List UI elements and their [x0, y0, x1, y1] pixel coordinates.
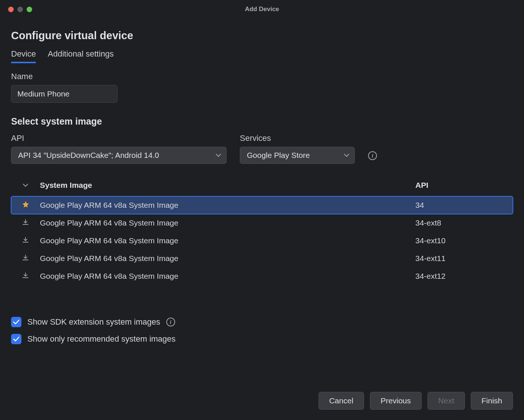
titlebar: Add Device: [0, 0, 524, 18]
chevron-down-icon: [344, 153, 349, 158]
selector-row: API API 34 "UpsideDownCake"; Android 14.…: [11, 133, 513, 164]
table-row[interactable]: Google Play ARM 64 v8a System Image34: [11, 196, 513, 214]
column-header-api[interactable]: API: [415, 181, 510, 190]
api-dropdown-value: API 34 "UpsideDownCake"; Android 14.0: [18, 151, 159, 159]
close-window-button[interactable]: [8, 7, 14, 12]
footer-buttons: Cancel Previous Next Finish: [0, 383, 524, 420]
row-name: Google Play ARM 64 v8a System Image: [37, 201, 415, 210]
info-icon[interactable]: i: [368, 151, 377, 160]
tab-device[interactable]: Device: [11, 49, 36, 63]
services-label: Services: [240, 133, 355, 143]
table-row[interactable]: Google Play ARM 64 v8a System Image34-ex…: [11, 267, 513, 285]
window-title: Add Device: [245, 6, 279, 13]
cancel-button[interactable]: Cancel: [319, 392, 364, 410]
next-button: Next: [428, 392, 465, 410]
checkbox-icon: [11, 334, 21, 344]
name-label: Name: [11, 72, 513, 81]
table-header: System Image API: [11, 181, 513, 196]
row-name: Google Play ARM 64 v8a System Image: [37, 236, 415, 245]
download-icon[interactable]: [14, 254, 37, 263]
checkbox-label: Show only recommended system images: [27, 334, 176, 344]
checkbox-recommended[interactable]: Show only recommended system images: [11, 334, 513, 344]
row-api: 34-ext12: [415, 272, 510, 281]
column-header-name[interactable]: System Image: [37, 181, 415, 190]
tabs: Device Additional settings: [11, 49, 513, 64]
row-name: Google Play ARM 64 v8a System Image: [37, 254, 415, 263]
row-api: 34-ext11: [415, 254, 510, 263]
row-api: 34: [415, 201, 510, 210]
star-icon: [14, 200, 37, 210]
api-dropdown[interactable]: API 34 "UpsideDownCake"; Android 14.0: [11, 147, 227, 164]
row-api: 34-ext8: [415, 219, 510, 227]
download-icon[interactable]: [14, 236, 37, 245]
collapse-toggle[interactable]: [14, 184, 37, 187]
checkbox-sdk-extension[interactable]: Show SDK extension system images i: [11, 317, 513, 327]
content-area: Configure virtual device Device Addition…: [0, 18, 524, 383]
row-api: 34-ext10: [415, 236, 510, 245]
info-icon[interactable]: i: [166, 318, 175, 326]
api-label: API: [11, 133, 227, 143]
row-name: Google Play ARM 64 v8a System Image: [37, 272, 415, 281]
checkbox-icon: [11, 317, 21, 327]
services-dropdown[interactable]: Google Play Store: [240, 147, 355, 164]
table-row[interactable]: Google Play ARM 64 v8a System Image34-ex…: [11, 232, 513, 250]
page-title: Configure virtual device: [11, 30, 513, 42]
services-dropdown-value: Google Play Store: [247, 151, 310, 159]
download-icon[interactable]: [14, 219, 37, 227]
table-row[interactable]: Google Play ARM 64 v8a System Image34-ex…: [11, 250, 513, 267]
download-icon[interactable]: [14, 272, 37, 281]
dialog-window: Add Device Configure virtual device Devi…: [0, 0, 524, 420]
tab-additional-settings[interactable]: Additional settings: [48, 49, 114, 63]
checkbox-label: Show SDK extension system images: [27, 317, 160, 327]
row-name: Google Play ARM 64 v8a System Image: [37, 219, 415, 227]
previous-button[interactable]: Previous: [370, 392, 422, 410]
traffic-lights: [8, 7, 32, 12]
select-image-heading: Select system image: [11, 116, 513, 127]
system-image-table: System Image API Google Play ARM 64 v8a …: [11, 181, 513, 285]
minimize-window-button[interactable]: [17, 7, 23, 12]
maximize-window-button[interactable]: [27, 7, 32, 12]
finish-button[interactable]: Finish: [471, 392, 513, 410]
table-row[interactable]: Google Play ARM 64 v8a System Image34-ex…: [11, 214, 513, 232]
chevron-down-icon: [216, 153, 221, 158]
name-input[interactable]: [11, 85, 118, 103]
